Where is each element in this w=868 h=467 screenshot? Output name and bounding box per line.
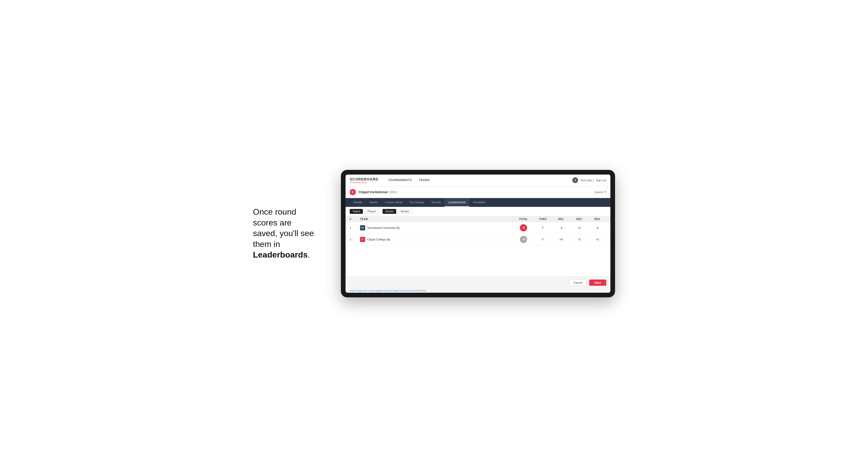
filter-bar: Teams Players Scores Strokes	[345, 207, 610, 216]
rank-2: 2	[350, 238, 360, 241]
logo-text: SCOREBOARD	[350, 177, 378, 181]
filter-teams[interactable]: Teams	[350, 209, 363, 214]
col-rd2: RD2	[570, 218, 588, 221]
nav-tournaments[interactable]: TOURNAMENTS	[384, 175, 415, 186]
rank-1: 1	[350, 226, 360, 229]
filter-scores[interactable]: Scores	[382, 209, 396, 214]
score-badge-1: -5	[520, 224, 527, 231]
filter-strokes[interactable]: Strokes	[398, 209, 412, 214]
rd2-2: -8	[570, 238, 588, 241]
rd2-1: +5	[570, 226, 588, 229]
total-cell-1: -5	[513, 224, 534, 231]
table-row[interactable]: 1 SU Scoreboard University [A] -5 F -4 +…	[345, 222, 610, 234]
table-row[interactable]: 2 C Clippd College [A] +3 F +8 -8 +3	[345, 234, 610, 245]
team-cell-2: C Clippd College [A]	[360, 237, 513, 242]
rd1-1: -4	[552, 226, 570, 229]
left-description: Once round scores are saved, you'll see …	[253, 207, 326, 260]
tablet-screen: SCOREBOARD Powered by clippd TOURNAMENTS…	[345, 175, 610, 293]
user-name: Test User |	[580, 179, 594, 182]
cancel-button[interactable]: Cancel	[569, 279, 587, 286]
nav-teams[interactable]: TEAMS	[415, 175, 433, 186]
thru-1: F	[534, 226, 552, 229]
tablet-device: SCOREBOARD Powered by clippd TOURNAMENTS…	[341, 170, 615, 298]
tab-bar: Details Teams Course Setup Tee Groups Re…	[345, 198, 610, 207]
rd3-2: +3	[588, 238, 606, 241]
tab-course-setup[interactable]: Course Setup	[381, 198, 406, 207]
nav-right: S Test User | Sign out	[572, 177, 606, 183]
tournament-title: Clippd Invitational	[359, 190, 388, 194]
logo: SCOREBOARD Powered by clippd	[350, 177, 378, 184]
tournament-header: C Clippd Invitational (Men) Cancel ✕	[345, 186, 610, 198]
nav-links: TOURNAMENTS TEAMS	[384, 175, 433, 186]
empty-space	[345, 245, 610, 276]
filter-players[interactable]: Players	[365, 209, 379, 214]
tournament-subtitle: (Men)	[389, 190, 397, 194]
rd3-1: -6	[588, 226, 606, 229]
col-rank: #	[350, 218, 360, 221]
avatar: S	[572, 177, 578, 183]
rd1-2: +8	[552, 238, 570, 241]
status-url: https://stage-blue-coach.stagescoreboard…	[350, 289, 426, 292]
table-header: # TEAM TOTAL THRU RD1 RD2 RD3	[345, 216, 610, 222]
tournament-icon: C	[350, 189, 356, 195]
col-team: TEAM	[360, 218, 513, 221]
col-rd3: RD3	[588, 218, 606, 221]
status-bar: https://stage-blue-coach.stagescoreboard…	[345, 288, 610, 293]
tab-printables[interactable]: Printables	[469, 198, 489, 207]
leaderboard-table: # TEAM TOTAL THRU RD1 RD2 RD3 1 SU Score…	[345, 216, 610, 276]
nav-bar: SCOREBOARD Powered by clippd TOURNAMENTS…	[345, 175, 610, 186]
col-total: TOTAL	[513, 218, 534, 221]
team-name-2: Clippd College [A]	[367, 238, 390, 241]
team-cell-1: SU Scoreboard University [A]	[360, 225, 513, 230]
col-rd1: RD1	[552, 218, 570, 221]
tournament-cancel-button[interactable]: Cancel ✕	[594, 190, 606, 194]
tab-teams[interactable]: Teams	[366, 198, 381, 207]
tab-results[interactable]: Results	[428, 198, 444, 207]
team-name-1: Scoreboard University [A]	[367, 226, 400, 229]
team-logo-2: C	[360, 237, 365, 242]
tab-tee-groups[interactable]: Tee Groups	[406, 198, 428, 207]
thru-2: F	[534, 238, 552, 241]
team-logo-1: SU	[360, 225, 365, 230]
tab-leaderboards[interactable]: Leaderboards	[444, 198, 469, 207]
total-cell-2: +3	[513, 236, 534, 243]
tab-details[interactable]: Details	[350, 198, 366, 207]
save-button[interactable]: Save	[589, 280, 606, 286]
bottom-bar: Cancel Save	[345, 276, 610, 288]
col-thru: THRU	[534, 218, 552, 221]
cancel-x-icon: ✕	[604, 190, 606, 194]
logo-sub: Powered by clippd	[350, 181, 378, 184]
sign-out-link[interactable]: Sign out	[596, 179, 606, 182]
score-badge-2: +3	[520, 236, 527, 243]
